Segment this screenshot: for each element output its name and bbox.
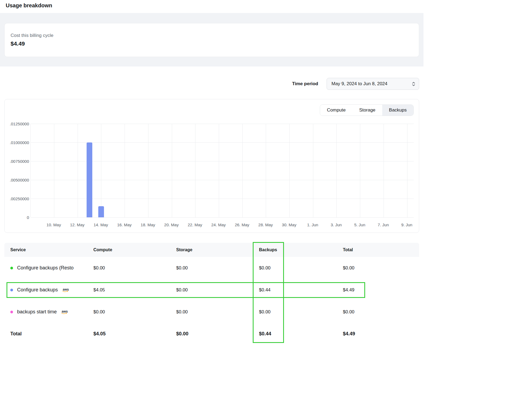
tab-compute[interactable]: Compute (320, 105, 352, 116)
v-gridline (219, 124, 219, 217)
usage-table: ServiceComputeStorageBackupsTotalConfigu… (4, 243, 419, 345)
backups-value: $0.00 (259, 265, 343, 271)
svg-text:aws: aws (63, 288, 69, 291)
y-tick-label: 0 (27, 215, 29, 220)
page-title: Usage breakdown (0, 2, 423, 9)
table-row: Configure backupsaws$4.05$0.00$0.44$4.49 (4, 279, 419, 301)
cost-card: Cost this billing cycle $4.49 (4, 23, 419, 57)
chart-x-axis: 10. May12. May14. May16. May18. May20. M… (30, 222, 414, 228)
chart-plot-area (30, 124, 414, 217)
v-gridline (313, 124, 313, 217)
service-name: Configure backups (17, 287, 58, 293)
tab-storage[interactable]: Storage (352, 105, 382, 116)
column-header-compute: Compute (93, 247, 176, 252)
total-value: $4.49 (343, 287, 413, 293)
aws-logo-icon: aws (61, 310, 69, 314)
usage-chart-card: ComputeStorageBackups .01250000.01000000… (4, 99, 419, 233)
compute-value: $0.00 (93, 309, 176, 315)
total-storage-value: $0.00 (176, 331, 259, 337)
v-gridline (336, 124, 337, 217)
time-period-select[interactable]: May 9, 2024 to Jun 8, 2024 (327, 78, 419, 90)
x-tick-label: 16. May (117, 222, 131, 227)
tab-backups[interactable]: Backups (382, 105, 413, 116)
y-tick-label: .01250000 (10, 122, 29, 126)
backups-value: $0.44 (259, 287, 343, 293)
v-gridline (266, 124, 266, 217)
usage-bar-14-may[interactable] (98, 206, 104, 217)
h-gridline (31, 124, 414, 124)
y-tick-label: .01000000 (10, 140, 29, 145)
v-gridline (289, 124, 290, 217)
svg-text:aws: aws (62, 310, 68, 313)
x-tick-label: 1. Jun (307, 222, 318, 227)
column-header-backups: Backups (259, 247, 343, 252)
page-content: Usage breakdown Cost this billing cycle … (0, 2, 423, 345)
x-tick-label: 30. May (282, 222, 296, 227)
service-cell: backups start timeaws (10, 309, 93, 315)
v-gridline (148, 124, 148, 217)
x-tick-label: 24. May (211, 222, 226, 227)
y-tick-label: .00750000 (10, 159, 29, 164)
total-value: $0.00 (343, 265, 413, 271)
time-period-row: Time period May 9, 2024 to Jun 8, 2024 (0, 78, 423, 90)
usage-bar-13-may[interactable] (87, 142, 92, 217)
compute-value: $0.00 (93, 265, 176, 271)
column-header-service: Service (10, 247, 93, 252)
x-tick-label: 3. Jun (331, 222, 342, 227)
v-gridline (101, 124, 101, 217)
x-tick-label: 22. May (188, 222, 202, 227)
column-header-storage: Storage (176, 247, 259, 252)
v-gridline (360, 124, 360, 217)
v-gridline (242, 124, 243, 217)
y-tick-label: .00250000 (10, 196, 29, 201)
v-gridline (125, 124, 125, 217)
chart-metric-tabs: ComputeStorageBackups (320, 104, 414, 116)
x-tick-label: 9. Jun (401, 222, 412, 227)
table-row: Configure backups (Resto$0.00$0.00$0.00$… (4, 257, 419, 279)
x-tick-label: 28. May (258, 222, 273, 227)
service-name: Configure backups (Resto (17, 265, 74, 271)
cost-card-label: Cost this billing cycle (11, 33, 413, 38)
v-gridline (54, 124, 54, 217)
x-tick-label: 12. May (70, 222, 84, 227)
x-tick-label: 7. Jun (378, 222, 389, 227)
storage-value: $0.00 (176, 309, 259, 315)
v-gridline (407, 124, 407, 217)
service-name: backups start time (17, 309, 57, 315)
column-header-total: Total (343, 247, 413, 252)
x-tick-label: 18. May (141, 222, 155, 227)
series-dot-icon (10, 267, 13, 269)
total-backups-value: $0.44 (259, 331, 343, 337)
usage-table-wrap: ServiceComputeStorageBackupsTotalConfigu… (4, 243, 419, 345)
series-dot-icon (10, 311, 13, 313)
h-gridline (31, 217, 414, 218)
storage-value: $0.00 (176, 287, 259, 293)
storage-value: $0.00 (176, 265, 259, 271)
total-row-label: Total (10, 331, 93, 337)
aws-logo-icon: aws (62, 288, 70, 292)
backups-value: $0.00 (259, 309, 343, 315)
time-period-value: May 9, 2024 to Jun 8, 2024 (331, 81, 387, 87)
table-total-row: Total$4.05$0.00$0.44$4.49 (4, 323, 419, 345)
table-row: backups start timeaws$0.00$0.00$0.00$0.0… (4, 301, 419, 323)
total-value: $0.00 (343, 309, 413, 315)
x-tick-label: 20. May (164, 222, 179, 227)
v-gridline (195, 124, 195, 217)
x-tick-label: 26. May (235, 222, 249, 227)
cost-card-value: $4.49 (11, 40, 413, 47)
total-compute-value: $4.05 (93, 331, 176, 337)
v-gridline (384, 124, 384, 217)
y-tick-label: .00500000 (10, 178, 29, 182)
x-tick-label: 5. Jun (354, 222, 365, 227)
service-cell: Configure backups (Resto (10, 265, 93, 271)
chart-y-axis: .01250000.01000000.00750000.00500000.002… (5, 124, 29, 217)
service-cell: Configure backupsaws (10, 287, 93, 293)
table-header-row: ServiceComputeStorageBackupsTotal (4, 243, 419, 257)
v-gridline (172, 124, 172, 217)
x-tick-label: 14. May (94, 222, 108, 227)
time-period-label: Time period (292, 81, 318, 87)
compute-value: $4.05 (93, 287, 176, 293)
cost-summary-band: Cost this billing cycle $4.49 (0, 13, 423, 66)
chevron-updown-icon (412, 81, 416, 87)
v-gridline (78, 124, 78, 217)
